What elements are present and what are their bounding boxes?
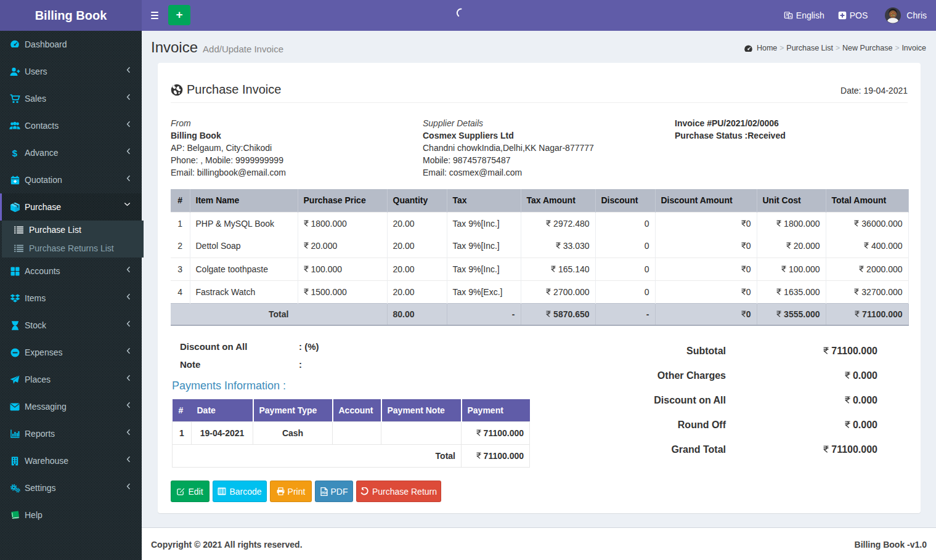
svg-text:PDF: PDF: [322, 492, 327, 495]
